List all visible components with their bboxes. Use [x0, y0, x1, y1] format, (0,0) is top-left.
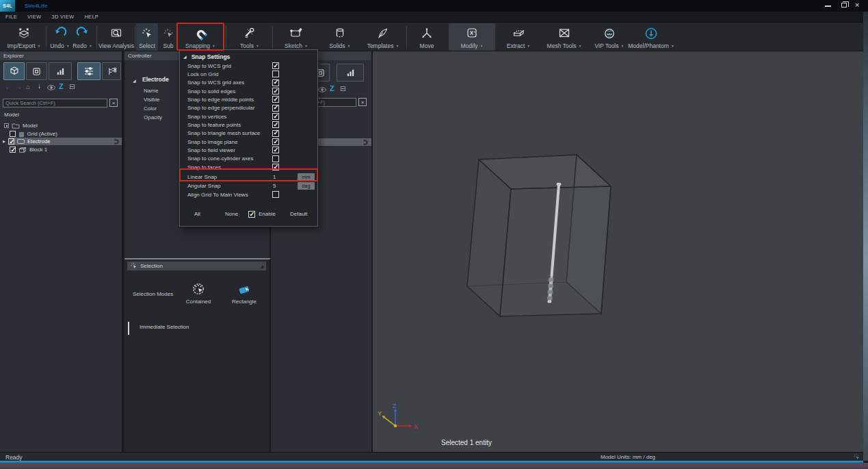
tree-row-block1[interactable]: Block 1 — [10, 146, 47, 153]
explorer-simulation-view-button[interactable] — [26, 62, 47, 80]
menu-view[interactable]: VIEW — [27, 14, 41, 20]
explorer-tree-view-button[interactable] — [102, 62, 121, 80]
menu-item[interactable]: Snap to WCS grid axes — [180, 79, 317, 87]
checkbox[interactable] — [272, 71, 279, 77]
visibility-checkbox[interactable] — [10, 147, 16, 153]
checkbox[interactable] — [272, 138, 279, 145]
tools-button[interactable]: Tools — [228, 23, 271, 51]
checkbox[interactable] — [272, 88, 279, 94]
vip-tools-button[interactable]: ViP Tools — [589, 23, 630, 51]
explorer-filter-button[interactable] — [77, 62, 101, 80]
selection-mode-rectangle[interactable]: Rectangle — [228, 282, 260, 305]
menu-help[interactable]: HELP — [84, 14, 98, 20]
controller-prop-opacity[interactable]: Opacity — [144, 114, 162, 121]
collapse-icon[interactable] — [260, 264, 263, 268]
snapping-button[interactable]: Snapping — [179, 23, 222, 51]
menu-item[interactable]: Lock on Grid — [180, 70, 317, 78]
controller-prop-name[interactable]: Name — [144, 88, 158, 94]
tree-row-electrode[interactable]: Electrode — [3, 138, 51, 145]
checkbox[interactable] — [272, 147, 279, 153]
menu-item[interactable]: Snap to solid edges — [180, 87, 317, 95]
view-analysis-button[interactable]: View Analysis — [98, 23, 134, 51]
selection-mode-contained[interactable]: Contained — [183, 282, 213, 305]
menu-item[interactable]: Snap to WCS grid — [180, 62, 317, 70]
snap-default-button[interactable]: Default — [290, 211, 307, 217]
checkbox[interactable] — [272, 191, 279, 198]
solids-button[interactable]: Solids — [319, 23, 361, 51]
templates-button[interactable]: Templates — [361, 23, 405, 51]
move-button[interactable]: Move — [409, 23, 445, 51]
viewport-3d[interactable]: Z Y X Selected 1 entity — [373, 51, 863, 452]
explorer-analysis-view-button[interactable] — [337, 64, 364, 81]
controller-prop-visible[interactable]: Visible — [144, 97, 159, 103]
snap-enable-label[interactable]: Enable — [259, 211, 276, 217]
expander-icon[interactable] — [4, 123, 9, 128]
checkbox[interactable] — [272, 130, 279, 137]
sub-select-button[interactable]: Sub — [159, 23, 178, 51]
expander-icon[interactable] — [133, 78, 136, 83]
linear-snap-value[interactable]: 1 — [273, 174, 276, 180]
checkbox[interactable] — [272, 79, 279, 86]
checkbox[interactable] — [272, 164, 279, 170]
angular-snap-row[interactable]: Angular Snap 5 deg — [180, 181, 317, 190]
forward-arrow-icon[interactable] — [15, 84, 22, 90]
menu-item[interactable]: Snap to vertices — [180, 112, 317, 121]
menu-item[interactable]: Snap to edge perpendicular — [180, 104, 317, 112]
angular-snap-value[interactable]: 5 — [273, 183, 276, 189]
tree-row-grid[interactable]: Grid (Active) — [10, 130, 57, 138]
clear-search-button[interactable] — [109, 99, 118, 107]
snap-none-button[interactable]: None — [225, 211, 238, 217]
collapse-all-icon[interactable] — [340, 85, 346, 92]
enable-checkbox[interactable] — [248, 211, 255, 218]
menu-item[interactable]: Snap to feature points — [180, 121, 317, 129]
checkbox[interactable] — [272, 105, 279, 112]
zoom-z-icon[interactable] — [330, 85, 334, 92]
sketch-button[interactable]: Sketch — [275, 23, 317, 51]
zoom-z-icon[interactable] — [59, 83, 64, 90]
menu-item[interactable]: Snap to image plane — [180, 138, 317, 146]
close-icon[interactable] — [855, 1, 859, 9]
collapse-all-icon[interactable] — [69, 83, 75, 90]
immediate-selection-checkbox[interactable] — [128, 322, 129, 335]
controller-prop-color[interactable]: Color — [144, 105, 157, 112]
selection-panel-header[interactable]: Selection — [127, 262, 266, 270]
expander-icon[interactable] — [3, 138, 5, 144]
visibility-checkbox[interactable] — [10, 131, 16, 137]
checkbox[interactable] — [272, 113, 279, 120]
extract-button[interactable]: Extract — [497, 23, 540, 51]
checkbox[interactable] — [272, 121, 279, 128]
mesh-tools-button[interactable]: Mesh Tools — [541, 23, 588, 51]
checkbox[interactable] — [272, 155, 279, 162]
modify-button[interactable]: Modify — [449, 23, 495, 51]
home-icon[interactable] — [26, 84, 30, 90]
menu-item[interactable]: Snap to field viewer — [180, 146, 317, 154]
eye-icon[interactable] — [318, 87, 326, 92]
eye-icon[interactable] — [47, 85, 55, 90]
tree-row-model[interactable]: Model — [4, 122, 38, 129]
explorer-model-view-button[interactable] — [3, 62, 25, 80]
checkbox[interactable] — [272, 62, 279, 69]
undo-button[interactable]: Undo — [49, 23, 71, 51]
explorer-analysis-view-button[interactable] — [49, 62, 72, 80]
select-button[interactable]: Select — [136, 23, 158, 51]
redo-button[interactable]: Redo — [71, 23, 94, 51]
checkbox[interactable] — [272, 96, 279, 103]
down-arrow-icon[interactable] — [38, 83, 41, 90]
quick-search-input[interactable]: Quick Search (Ctrl+F) — [3, 99, 107, 107]
clear-search-button[interactable] — [358, 98, 367, 106]
menu-file[interactable]: FILE — [5, 14, 17, 20]
visibility-checkbox[interactable] — [8, 138, 14, 144]
align-grid-row[interactable]: Align Grid To Main Views — [180, 190, 317, 199]
minimize-icon[interactable] — [825, 5, 831, 7]
model-phantom-button[interactable]: Model/Phantom — [630, 23, 672, 51]
snap-all-button[interactable]: All — [194, 211, 200, 217]
back-arrow-icon[interactable] — [5, 84, 12, 90]
menu-3d-view[interactable]: 3D VIEW — [51, 14, 74, 20]
imp-export-button[interactable]: Imp/Export — [4, 23, 44, 51]
menu-item[interactable]: Snap to edge middle points — [180, 95, 317, 103]
restore-icon[interactable] — [841, 3, 847, 8]
menu-item[interactable]: Snap to triangle mesh surface — [180, 129, 317, 138]
linear-snap-row[interactable]: Linear Snap 1 mm — [180, 173, 317, 181]
menu-item[interactable]: Snap to cone-cylinder axes — [180, 155, 317, 163]
menu-item[interactable]: Snap to faces — [180, 163, 317, 171]
